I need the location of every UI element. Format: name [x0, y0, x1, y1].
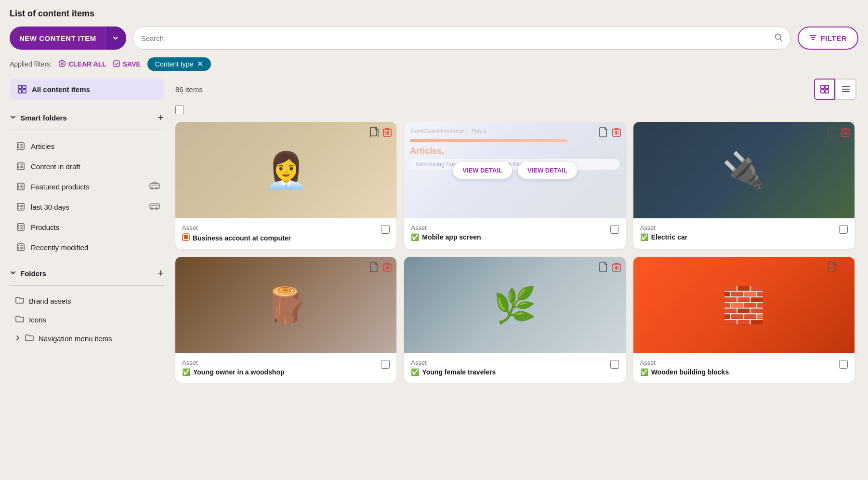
- card-woodshop: 🪵: [175, 257, 396, 383]
- card-6-delete-icon[interactable]: [841, 262, 850, 274]
- view-toggle: [814, 79, 856, 100]
- svg-point-11: [18, 144, 19, 145]
- folder-icon-3: [25, 334, 34, 343]
- card-1-delete-icon[interactable]: [383, 127, 392, 139]
- card-5-doc-icon[interactable]: [599, 262, 608, 275]
- card-1-status: [182, 233, 190, 242]
- all-content-button[interactable]: All content items: [10, 79, 164, 100]
- card-4-checkbox[interactable]: [381, 360, 390, 369]
- new-content-label: NEW CONTENT ITEM: [10, 34, 105, 42]
- recently-modified-icon: [15, 242, 26, 253]
- svg-point-52: [18, 245, 19, 246]
- card-6-status: ✅: [640, 368, 648, 376]
- chevron-right-icon: [15, 334, 20, 343]
- card-3-type: Asset: [640, 224, 839, 231]
- sidebar-item-content-in-draft[interactable]: Content in draft: [10, 156, 164, 176]
- sidebar-item-products-label: Products: [31, 223, 59, 231]
- card-3-checkbox[interactable]: [839, 225, 848, 234]
- folders-header[interactable]: Folders +: [10, 265, 164, 281]
- card-5-delete-icon[interactable]: [612, 262, 621, 274]
- card-mobile-app: TravelGuard Insurance Pers L Articles. I…: [404, 122, 625, 249]
- card-2-doc-icon[interactable]: [599, 127, 608, 140]
- sidebar-item-articles[interactable]: Articles: [10, 136, 164, 156]
- card-2-type: Asset: [411, 224, 610, 231]
- svg-rect-6: [18, 85, 22, 89]
- save-label: SAVE: [123, 60, 141, 68]
- content-type-filter-tag[interactable]: Content type ✕: [147, 57, 211, 71]
- filter-button[interactable]: FILTER: [798, 27, 858, 50]
- smart-folders-label: Smart folders: [20, 114, 67, 122]
- svg-rect-7: [23, 85, 26, 89]
- sidebar-item-last-30-label: last 30 days: [31, 203, 69, 211]
- remove-filter-icon[interactable]: ✕: [197, 60, 203, 68]
- sidebar-item-last-30-days[interactable]: last 30 days: [10, 197, 164, 217]
- sidebar-item-featured-products[interactable]: Featured products: [10, 176, 164, 197]
- select-all-checkbox[interactable]: [175, 106, 184, 114]
- sidebar-item-products[interactable]: Products: [10, 217, 164, 237]
- collapse-icon: [10, 114, 16, 122]
- card-4-status: ✅: [182, 368, 190, 376]
- sidebar-item-featured-products-label: Featured products: [31, 183, 90, 191]
- sidebar-item-recently-modified-label: Recently modified: [31, 243, 88, 252]
- card-3-status: ✅: [640, 233, 648, 241]
- items-count: 86 items: [175, 85, 203, 93]
- folders-label: Folders: [20, 269, 46, 278]
- sidebar-folder-brand-assets[interactable]: Brand assets: [10, 292, 164, 310]
- filter-tag-label: Content type: [155, 60, 193, 68]
- card-1-doc-icon[interactable]: [369, 127, 379, 140]
- card-4-doc-icon[interactable]: [369, 262, 379, 275]
- list-view-button[interactable]: [835, 79, 856, 100]
- search-icon: [774, 33, 783, 43]
- smart-folders-section: Smart folders +: [10, 109, 164, 257]
- smart-folders-header[interactable]: Smart folders +: [10, 109, 164, 126]
- sidebar: All content items Smart folders +: [10, 79, 173, 383]
- select-all-row: [173, 106, 858, 116]
- card-1-actions: [369, 127, 392, 140]
- svg-point-22: [18, 167, 19, 168]
- svg-line-1: [780, 39, 782, 41]
- card-6-checkbox[interactable]: [839, 360, 848, 369]
- clear-all-button[interactable]: CLEAR ALL: [59, 60, 106, 68]
- new-content-button[interactable]: NEW CONTENT ITEM: [10, 27, 126, 50]
- card-1-title: Business account at computer: [193, 234, 291, 242]
- card-2-checkbox[interactable]: [610, 225, 619, 234]
- card-3-actions: [828, 127, 850, 140]
- card-6-doc-icon[interactable]: [828, 262, 837, 275]
- svg-point-45: [18, 225, 19, 226]
- card-5-checkbox[interactable]: [610, 360, 619, 369]
- card-business-account: 👩‍💼: [175, 122, 396, 249]
- svg-point-0: [775, 34, 780, 40]
- card-4-type: Asset: [182, 359, 381, 366]
- save-filter-button[interactable]: SAVE: [113, 60, 141, 68]
- grid-view-button[interactable]: [814, 79, 835, 100]
- card-2-delete-icon[interactable]: [612, 127, 621, 139]
- card-3-doc-icon[interactable]: [828, 127, 837, 140]
- content-scroll[interactable]: 👩‍💼: [173, 122, 858, 383]
- card-6-actions: [828, 262, 850, 275]
- card-1-checkbox[interactable]: [381, 225, 390, 234]
- card-4-delete-icon[interactable]: [383, 262, 392, 274]
- card-3-delete-icon[interactable]: [841, 127, 850, 139]
- filter-label: FILTER: [821, 34, 847, 42]
- svg-rect-71: [184, 235, 188, 239]
- search-input[interactable]: [141, 34, 769, 42]
- icons-label: Icons: [29, 316, 46, 324]
- sidebar-item-recently-modified[interactable]: Recently modified: [10, 237, 164, 257]
- save-icon: [113, 60, 120, 68]
- add-folder-button[interactable]: +: [158, 268, 164, 279]
- card-2-view-detail-2[interactable]: VIEW DETAIL: [518, 162, 577, 179]
- svg-point-54: [18, 247, 19, 248]
- card-2-title: Mobile app screen: [422, 233, 481, 241]
- navigation-menu-label: Navigation menu items: [39, 334, 112, 343]
- last-30-days-icon: [15, 201, 26, 212]
- chevron-down-icon[interactable]: [105, 27, 126, 50]
- applied-filters-bar: Applied filters: CLEAR ALL SAVE Con: [10, 57, 858, 71]
- sidebar-folder-icons[interactable]: Icons: [10, 310, 164, 329]
- applied-filters-label: Applied filters:: [10, 60, 52, 68]
- card-6-type: Asset: [640, 359, 839, 366]
- add-smart-folder-button[interactable]: +: [158, 112, 164, 123]
- sidebar-folder-navigation-menu[interactable]: Navigation menu items: [10, 329, 164, 348]
- card-1-footer: Asset Business account at computer: [175, 218, 396, 249]
- card-2-view-detail-1[interactable]: VIEW DETAIL: [453, 162, 512, 179]
- articles-icon: [15, 141, 26, 151]
